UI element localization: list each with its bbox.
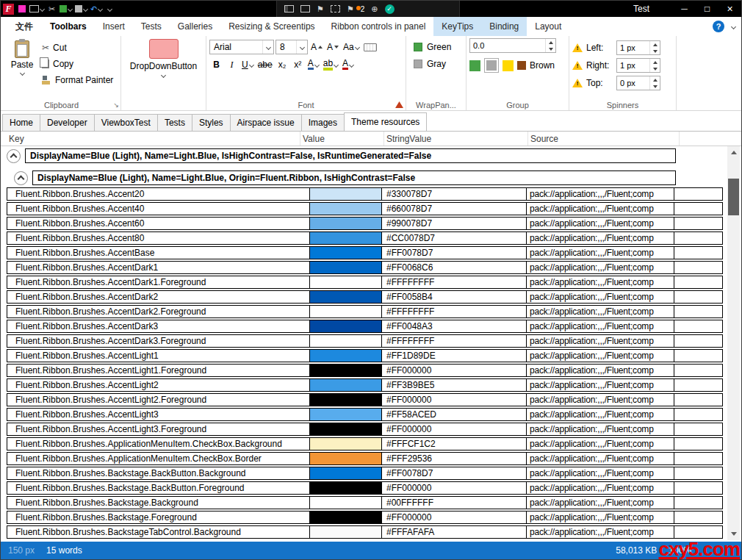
- paste-button[interactable]: Paste: [5, 38, 39, 98]
- font-size-combobox[interactable]: 8: [275, 40, 308, 54]
- font-family-combobox[interactable]: Arial: [209, 40, 274, 54]
- ribbon-tab-keytips[interactable]: KeyTips: [433, 17, 481, 36]
- tab-developer[interactable]: Developer: [40, 114, 95, 131]
- collapse-group-button[interactable]: [14, 171, 28, 185]
- qat-green-color-icon[interactable]: [60, 2, 72, 15]
- right-spinner[interactable]: 1 px: [616, 58, 660, 73]
- maximize-button[interactable]: □: [696, 1, 718, 17]
- ribbon-tab-galleries[interactable]: Galleries: [170, 17, 220, 36]
- screen-grid-icon[interactable]: [284, 5, 294, 12]
- ribbon-tab-insert[interactable]: Insert: [95, 17, 133, 36]
- table-row[interactable]: Fluent.Ribbon.Brushes.Accent60 #990078D7…: [7, 217, 741, 230]
- table-row[interactable]: Fluent.Ribbon.Brushes.Accent80 #CC0078D7…: [7, 231, 741, 245]
- clipboard-dialog-launcher-icon[interactable]: ↘: [113, 101, 119, 109]
- green-button[interactable]: Green: [409, 38, 463, 55]
- check-circle-icon[interactable]: ✓: [385, 4, 395, 14]
- table-row[interactable]: Fluent.Ribbon.Brushes.AccentLight2.Foreg…: [7, 393, 741, 406]
- column-header-value[interactable]: Value: [300, 132, 384, 146]
- app-logo-icon[interactable]: F: [3, 4, 14, 15]
- gray-button[interactable]: Gray: [409, 55, 463, 72]
- top-spinner[interactable]: 0 px: [616, 76, 660, 90]
- spin-down-icon[interactable]: [549, 48, 553, 51]
- column-header-stringvalue[interactable]: StringValue: [384, 132, 528, 146]
- underline-button[interactable]: U: [240, 57, 255, 72]
- qat-cut-icon[interactable]: ✂: [47, 2, 57, 15]
- scrollbar-thumb[interactable]: [728, 179, 739, 215]
- column-header-source[interactable]: Source: [528, 132, 680, 146]
- globe-icon[interactable]: ⊕: [371, 4, 378, 14]
- table-row[interactable]: Fluent.Ribbon.Brushes.ApplicationMenuIte…: [7, 452, 741, 465]
- minimize-button[interactable]: ─: [673, 1, 696, 17]
- keyboard-button[interactable]: [362, 40, 378, 54]
- table-row[interactable]: Fluent.Ribbon.Brushes.ApplicationMenuIte…: [7, 437, 741, 450]
- spin-up-icon[interactable]: [549, 41, 553, 44]
- ribbon-tab-controls-in-panel[interactable]: Ribbon controls in panel: [323, 17, 434, 36]
- tab-tests[interactable]: Tests: [157, 114, 192, 131]
- collapse-group-button[interactable]: [7, 149, 21, 163]
- table-row[interactable]: Fluent.Ribbon.Brushes.Backstage.BackButt…: [7, 467, 741, 480]
- table-row[interactable]: Fluent.Ribbon.Brushes.AccentDark3 #FF004…: [7, 320, 741, 333]
- grow-font-button[interactable]: A: [309, 40, 324, 54]
- table-row[interactable]: Fluent.Ribbon.Brushes.Backstage.Foregrou…: [7, 511, 741, 524]
- tab-airspace-issue[interactable]: Airspace issue: [230, 114, 302, 131]
- table-row[interactable]: Fluent.Ribbon.Brushes.AccentLight2 #FF3B…: [7, 378, 741, 392]
- table-row[interactable]: Fluent.Ribbon.Brushes.AccentDark1.Foregr…: [7, 276, 741, 289]
- strikethrough-button[interactable]: abe: [256, 57, 274, 72]
- copy-button[interactable]: Copy: [39, 56, 116, 72]
- ribbon-tab-tests[interactable]: Tests: [133, 17, 170, 36]
- italic-button[interactable]: I: [225, 57, 239, 72]
- collapse-ribbon-icon[interactable]: [731, 24, 736, 29]
- format-painter-button[interactable]: Format Painter: [39, 72, 116, 88]
- text-highlight-button[interactable]: ab: [322, 57, 339, 72]
- group-green-swatch[interactable]: [469, 60, 480, 71]
- ribbon-tab-layout[interactable]: Layout: [527, 17, 569, 36]
- help-icon[interactable]: ?: [713, 21, 724, 32]
- tab-viewboxtest[interactable]: ViewboxTest: [94, 114, 158, 131]
- qat-gray-color-icon[interactable]: [75, 2, 87, 15]
- vertical-scrollbar[interactable]: [727, 146, 740, 540]
- cut-button[interactable]: ✂ Cut: [39, 40, 116, 56]
- change-case-button[interactable]: Aa: [342, 40, 361, 54]
- table-row[interactable]: Fluent.Ribbon.Brushes.AccentDark2 #FF005…: [7, 290, 741, 304]
- table-row[interactable]: Fluent.Ribbon.Brushes.Accent40 #660078D7…: [7, 202, 741, 215]
- selection-frame-icon[interactable]: [331, 5, 340, 12]
- table-row[interactable]: Fluent.Ribbon.Brushes.Accent20 #330078D7…: [7, 187, 741, 201]
- group-spinner[interactable]: 0.0: [469, 38, 556, 53]
- tab-styles[interactable]: Styles: [192, 114, 231, 131]
- pointer-flag-icon[interactable]: ⚑: [317, 4, 324, 14]
- qat-pink-swatch-icon[interactable]: [17, 2, 26, 15]
- pointer-icon[interactable]: ⚑: [347, 4, 354, 14]
- table-row[interactable]: Fluent.Ribbon.Brushes.AccentDark2.Foregr…: [7, 305, 741, 318]
- table-row[interactable]: Fluent.Ribbon.Brushes.AccentLight3.Foreg…: [7, 423, 741, 436]
- left-spinner[interactable]: 1 px: [616, 40, 660, 55]
- subscript-button[interactable]: x₂: [275, 57, 289, 72]
- scroll-up-icon[interactable]: [727, 146, 740, 159]
- table-row[interactable]: Fluent.Ribbon.Brushes.AccentLight1 #FF1D…: [7, 349, 741, 362]
- qat-overflow-icon[interactable]: [105, 2, 115, 15]
- group-gray-swatch-button[interactable]: [484, 58, 499, 73]
- table-row[interactable]: Fluent.Ribbon.Brushes.AccentLight3 #FF58…: [7, 408, 741, 421]
- table-row[interactable]: Fluent.Ribbon.Brushes.AccentBase #FF0078…: [7, 246, 741, 259]
- notification-badge[interactable]: 2: [361, 5, 365, 13]
- table-row[interactable]: Fluent.Ribbon.Brushes.AccentDark1 #FF006…: [7, 261, 741, 274]
- shrink-font-button[interactable]: A: [325, 40, 340, 54]
- table-row[interactable]: Fluent.Ribbon.Brushes.AccentLight1.Foreg…: [7, 364, 741, 377]
- tab-images[interactable]: Images: [301, 114, 345, 131]
- qat-window-icon[interactable]: [29, 2, 44, 15]
- underline-color-button[interactable]: A: [306, 57, 320, 72]
- group-brown-swatch[interactable]: [517, 61, 526, 70]
- tab-home[interactable]: Home: [2, 114, 40, 131]
- column-header-key[interactable]: Key: [7, 132, 300, 146]
- table-row[interactable]: Fluent.Ribbon.Brushes.AccentDark3.Foregr…: [7, 334, 741, 348]
- bold-button[interactable]: B: [209, 57, 223, 72]
- file-tab[interactable]: 文件: [7, 17, 42, 36]
- ribbon-tab-resizing[interactable]: Resizing & Screentips: [220, 17, 323, 36]
- qat-undo-icon[interactable]: ↶: [90, 2, 102, 15]
- superscript-button[interactable]: x²: [291, 57, 305, 72]
- table-row[interactable]: Fluent.Ribbon.Brushes.Backstage.Backgrou…: [7, 496, 741, 509]
- close-button[interactable]: ×: [718, 1, 741, 17]
- tab-theme-resources[interactable]: Theme resources: [344, 112, 427, 131]
- group-yellow-swatch[interactable]: [503, 60, 514, 71]
- ribbon-tab-toolbars[interactable]: Toolbars: [42, 17, 95, 36]
- ribbon-group-dropdownbutton[interactable]: DropDownButton: [121, 36, 206, 110]
